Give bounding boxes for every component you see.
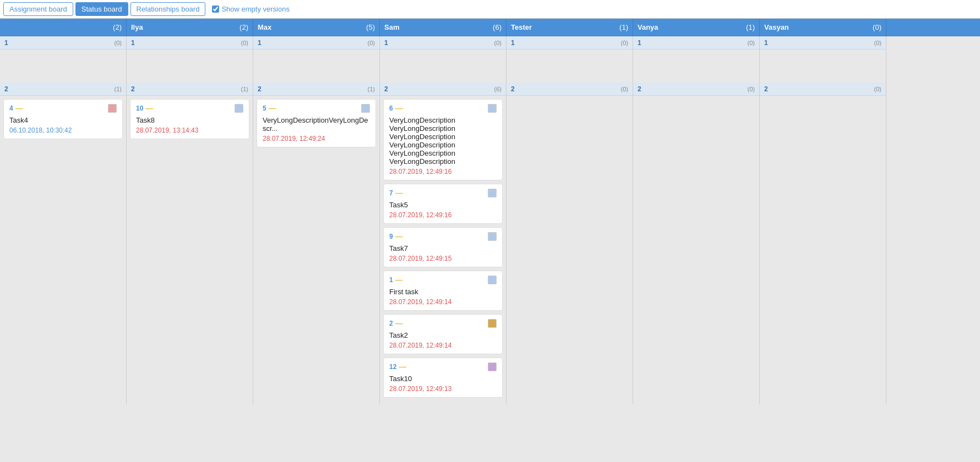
col-name-vasyan: Vasyan xyxy=(764,23,789,31)
ver-num: 1 xyxy=(258,39,262,47)
version-header-max-1[interactable]: 1(0) xyxy=(253,36,379,50)
card-color-box xyxy=(361,104,370,113)
ver-num: 1 xyxy=(384,39,388,47)
ver-count: (0) xyxy=(874,86,881,92)
card-dash: — xyxy=(269,105,276,112)
card-color-box xyxy=(108,104,117,113)
col-header-vanya: Vanya(1) xyxy=(633,19,760,36)
card-color-box xyxy=(488,362,497,371)
cards-area-unassigned-2: 4 — Task4 06.10.2018, 10:30:42 xyxy=(0,96,126,146)
cards-area-max-1 xyxy=(253,50,379,82)
tab-relationships[interactable]: Relationships board xyxy=(130,2,206,16)
ver-num: 2 xyxy=(511,85,515,93)
version-header-vanya-2[interactable]: 2(0) xyxy=(633,82,759,96)
card-id-dash: 6 — xyxy=(389,105,403,112)
version-header-tester-2[interactable]: 2(0) xyxy=(507,82,633,96)
ver-count: (0) xyxy=(621,40,628,46)
card-id-dash: 10 — xyxy=(136,105,153,112)
ver-num: 1 xyxy=(4,39,8,47)
card-date: 28.07.2019, 12:49:16 xyxy=(389,168,497,175)
ver-count: (0) xyxy=(748,86,755,92)
version-header-vasyan-2[interactable]: 2(0) xyxy=(760,82,886,96)
version-header-max-2[interactable]: 2(1) xyxy=(253,82,379,96)
task-card-1[interactable]: 1 — First task 28.07.2019, 12:49:14 xyxy=(383,271,503,311)
card-header: 5 — xyxy=(263,104,370,113)
ver-count: (0) xyxy=(115,40,122,46)
tab-assignment[interactable]: Assignment board xyxy=(3,2,73,16)
version-header-unassigned-1[interactable]: 1(0) xyxy=(0,36,126,50)
card-title: Task8 xyxy=(136,116,243,124)
tab-status[interactable]: Status board xyxy=(75,2,128,16)
board-column-ilya: 1(0)2(1) 10 — Task8 28.07.2019, 13:14:43 xyxy=(127,36,253,404)
card-date: 28.07.2019, 12:49:13 xyxy=(389,385,497,393)
ver-num: 1 xyxy=(764,39,768,47)
ver-count: (0) xyxy=(494,40,502,46)
cards-area-vanya-1 xyxy=(633,50,759,82)
task-card-7[interactable]: 7 — Task5 28.07.2019, 12:49:16 xyxy=(383,184,503,224)
card-id-dash: 1 — xyxy=(389,276,403,284)
task-card-9[interactable]: 9 — Task7 28.07.2019, 12:49:15 xyxy=(383,227,503,267)
cards-area-tester-2 xyxy=(507,96,633,129)
ver-count: (6) xyxy=(494,86,502,92)
card-header: 1 — xyxy=(389,276,497,284)
show-empty-checkbox[interactable] xyxy=(212,6,219,13)
task-card-6[interactable]: 6 — VeryLongDescriptionVeryLongDescripti… xyxy=(383,99,503,180)
card-title: Task5 xyxy=(389,201,497,209)
card-id[interactable]: 2 xyxy=(389,320,393,327)
version-header-sam-2[interactable]: 2(6) xyxy=(380,82,506,96)
cards-area-vanya-2 xyxy=(633,96,759,129)
card-id[interactable]: 10 xyxy=(136,105,143,112)
task-card-12[interactable]: 12 — Task10 28.07.2019, 12:49:13 xyxy=(383,358,503,398)
version-header-vanya-1[interactable]: 1(0) xyxy=(633,36,759,50)
card-id[interactable]: 1 xyxy=(389,276,393,284)
card-dash: — xyxy=(395,320,403,327)
task-card-10[interactable]: 10 — Task8 28.07.2019, 13:14:43 xyxy=(130,99,249,139)
card-dash: — xyxy=(395,105,403,112)
col-name-ilya: Ilya xyxy=(131,23,143,31)
card-dash: — xyxy=(145,105,153,112)
col-name-max: Max xyxy=(258,23,271,31)
card-header: 10 — xyxy=(136,104,243,113)
card-id[interactable]: 12 xyxy=(389,363,396,371)
ver-count: (0) xyxy=(874,40,881,46)
col-count-tester: (1) xyxy=(619,23,628,31)
task-card-5[interactable]: 5 — VeryLongDescriptionVeryLongDescr... … xyxy=(257,99,376,147)
card-title: First task xyxy=(389,288,497,296)
col-count-unassigned: (2) xyxy=(113,23,122,31)
card-id-dash: 9 — xyxy=(389,233,403,240)
card-id[interactable]: 4 xyxy=(9,105,13,112)
version-header-vasyan-1[interactable]: 1(0) xyxy=(760,36,886,50)
card-color-box xyxy=(235,104,243,113)
cards-area-tester-1 xyxy=(507,50,633,82)
board-column-vasyan: 1(0)2(0) xyxy=(760,36,886,404)
version-header-ilya-1[interactable]: 1(0) xyxy=(127,36,253,50)
board-column-unassigned: 1(0)2(1) 4 — Task4 06.10.2018, 10:30:42 xyxy=(0,36,127,404)
col-count-sam: (6) xyxy=(493,23,502,31)
show-empty-label[interactable]: Show empty versions xyxy=(212,5,290,13)
card-date: 28.07.2019, 12:49:15 xyxy=(389,255,497,262)
col-header-max: Max(5) xyxy=(253,19,380,36)
col-header-vasyan: Vasyan(0) xyxy=(760,19,886,36)
version-header-sam-1[interactable]: 1(0) xyxy=(380,36,506,50)
card-id[interactable]: 5 xyxy=(263,105,266,112)
ver-num: 2 xyxy=(638,85,641,93)
version-header-ilya-2[interactable]: 2(1) xyxy=(127,82,253,96)
card-date: 28.07.2019, 13:14:43 xyxy=(136,127,243,134)
card-dash: — xyxy=(15,105,23,112)
cards-area-sam-1 xyxy=(380,50,506,82)
version-header-tester-1[interactable]: 1(0) xyxy=(507,36,633,50)
card-id[interactable]: 6 xyxy=(389,105,393,112)
cards-area-ilya-2: 10 — Task8 28.07.2019, 13:14:43 xyxy=(127,96,253,146)
version-header-unassigned-2[interactable]: 2(1) xyxy=(0,82,126,96)
col-count-vanya: (1) xyxy=(746,23,755,31)
card-title: Task10 xyxy=(389,375,497,383)
card-id[interactable]: 9 xyxy=(389,233,393,240)
task-card-4[interactable]: 4 — Task4 06.10.2018, 10:30:42 xyxy=(3,99,123,139)
card-id[interactable]: 7 xyxy=(389,189,393,197)
card-date: 28.07.2019, 12:49:14 xyxy=(389,342,497,349)
ver-num: 1 xyxy=(511,39,515,47)
card-title: Task2 xyxy=(389,331,497,339)
col-name-vanya: Vanya xyxy=(638,23,658,31)
task-card-2[interactable]: 2 — Task2 28.07.2019, 12:49:14 xyxy=(383,314,503,354)
ver-count: (1) xyxy=(368,86,375,92)
